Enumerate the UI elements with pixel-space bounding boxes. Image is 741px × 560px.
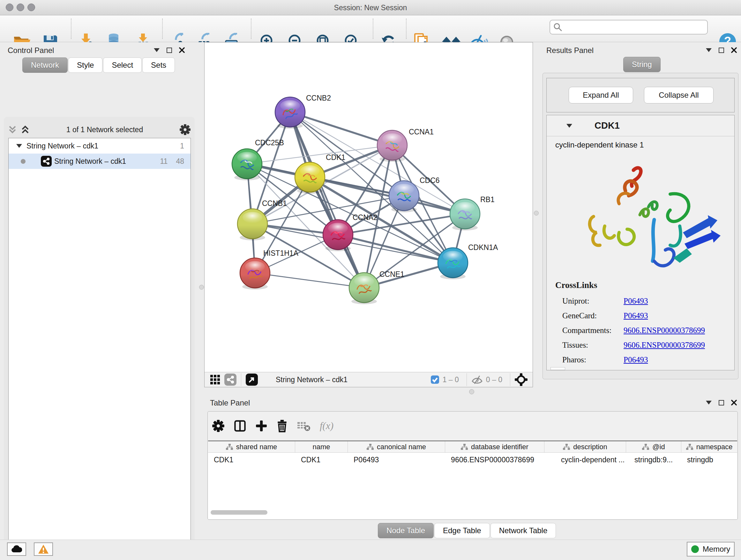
tab-node-table[interactable]: Node Table (378, 523, 434, 538)
network-selection-status: 1 of 1 Network selected (30, 125, 179, 134)
network-node-CDKN1A[interactable]: CDKN1A (438, 243, 498, 279)
tissues-link[interactable]: 9606.ENSP00000378699 (623, 341, 705, 350)
table-header-row: shared name name canonical name database… (208, 441, 737, 453)
table-hscroll-thumb[interactable] (211, 510, 267, 515)
tab-sets[interactable]: Sets (142, 57, 175, 73)
network-collection-row[interactable]: String Network – cdk1 1 (9, 138, 191, 153)
memory-button[interactable]: Memory (687, 542, 735, 557)
network-edge-CCNB2-CCNE1[interactable] (290, 112, 364, 288)
warning-icon (38, 544, 49, 554)
show-columns-icon[interactable] (233, 420, 246, 432)
tab-network-table[interactable]: Network Table (490, 523, 556, 538)
column-header[interactable]: canonical name (348, 441, 445, 453)
function-builder-icon[interactable]: f(x) (320, 420, 333, 432)
search-field-wrap (549, 20, 708, 35)
network-view-icon[interactable] (224, 374, 237, 386)
crosslink-row: Compartments: 9606.ENSP00000378699 (562, 323, 731, 337)
gene-header-row[interactable]: CDK1 (547, 115, 734, 136)
tab-edge-table[interactable]: Edge Table (434, 523, 490, 538)
network-node-CDK1[interactable]: CDK1 (295, 153, 345, 194)
expand-all-button[interactable]: Expand All (569, 87, 633, 104)
pharos-link[interactable]: P06493 (623, 355, 648, 364)
crosslink-row: Pharos: P06493 (562, 353, 731, 367)
memory-label: Memory (703, 545, 731, 554)
network-node-CCNB1[interactable]: CCNB1 (238, 199, 287, 240)
network-options-gear-icon[interactable] (179, 124, 191, 135)
add-column-icon[interactable] (255, 420, 267, 432)
uniprot-link[interactable]: P06493 (623, 297, 648, 306)
node-label-HIST1H1A: HIST1H1A (263, 249, 299, 257)
horizontal-splitter[interactable] (204, 388, 741, 396)
grid-view-icon[interactable] (209, 374, 221, 386)
titlebar: Session: New Session (0, 0, 741, 15)
toolbar-separator (406, 18, 407, 39)
splitter-handle[interactable] (469, 389, 474, 394)
crosslinks-title: CrossLinks (555, 280, 597, 290)
column-header[interactable]: shared name (208, 441, 295, 453)
delete-table-icon[interactable] (297, 420, 311, 432)
column-header[interactable]: namespace (681, 441, 737, 453)
tab-select[interactable]: Select (103, 57, 142, 73)
tab-string[interactable]: String (623, 57, 661, 72)
tab-style[interactable]: Style (68, 57, 103, 73)
column-header[interactable]: name (295, 441, 348, 453)
close-panel-icon[interactable] (731, 47, 737, 53)
close-panel-icon[interactable] (731, 400, 737, 406)
network-node-RB1[interactable]: RB1 (450, 195, 495, 231)
network-node-CDC25B[interactable]: CDC25B (232, 138, 284, 180)
float-panel-icon[interactable] (166, 48, 172, 53)
network-view-toolbar: String Network – cdk1 1 – 0 0 – 0 (205, 372, 533, 387)
search-input[interactable] (549, 20, 708, 35)
detach-view-icon[interactable] (246, 374, 258, 386)
gene-collapse-icon[interactable] (566, 124, 572, 128)
compartments-link[interactable]: 9606.ENSP00000378699 (623, 326, 705, 335)
cloud-status-button[interactable] (7, 543, 26, 556)
delete-column-icon[interactable] (276, 420, 288, 432)
node-label-CCNE1: CCNE1 (380, 270, 404, 278)
expand-all-networks-icon[interactable] (8, 125, 17, 134)
table-hscrollbar[interactable] (211, 510, 735, 516)
right-splitter[interactable] (533, 42, 539, 388)
network-canvas[interactable]: CCNB2CCNA1CDC25BCDK1CDC6RB1CCNB1CCNA2CDK… (205, 43, 533, 372)
collapse-all-button[interactable]: Collapse All (644, 87, 714, 104)
network-edge-HIST1H1A-CCNE1[interactable] (255, 273, 364, 288)
network-node-HIST1H1A[interactable]: HIST1H1A (240, 249, 299, 290)
float-panel-icon[interactable] (719, 400, 724, 406)
network-canvas-container: CCNB2CCNA1CDC25BCDK1CDC6RB1CCNB1CCNA2CDK… (204, 42, 533, 387)
left-splitter[interactable] (199, 42, 204, 388)
collapse-panel-icon[interactable] (154, 48, 159, 52)
splitter-handle[interactable] (534, 211, 539, 215)
collapse-panel-icon[interactable] (706, 48, 712, 52)
collapse-all-networks-icon[interactable] (20, 125, 30, 134)
genecard-link[interactable]: P06493 (623, 311, 648, 320)
selected-checkbox-icon (430, 375, 440, 384)
warnings-button[interactable] (34, 543, 53, 556)
splitter-handle[interactable] (199, 285, 204, 290)
network-edge-CCNB2-RB1[interactable] (290, 112, 465, 214)
network-row[interactable]: String Network – cdk1 11 48 (9, 153, 191, 169)
collection-expand-icon (16, 144, 22, 148)
table-row[interactable]: CDK1 CDK1 P06493 9606.ENSP00000378699 cy… (208, 453, 737, 467)
results-hscroll-thumb[interactable] (550, 367, 565, 370)
birds-eye-view-icon[interactable] (515, 373, 528, 386)
zoom-window-button[interactable] (27, 3, 35, 11)
network-node-CCNE1[interactable]: CCNE1 (349, 270, 404, 304)
column-header[interactable]: database identifier (445, 441, 544, 453)
minimize-window-button[interactable] (17, 3, 24, 11)
toolbar-separator (71, 18, 71, 39)
close-window-button[interactable] (6, 3, 13, 11)
node-label-CCNB2: CCNB2 (306, 94, 331, 102)
network-edge-CCNB2-CCNA1[interactable] (290, 112, 392, 145)
close-panel-icon[interactable] (179, 47, 185, 53)
table-options-gear-icon[interactable] (212, 420, 225, 432)
crosslink-row: GeneCard: P06493 (562, 308, 731, 323)
float-panel-icon[interactable] (719, 48, 724, 53)
tab-network[interactable]: Network (22, 57, 68, 73)
network-view-title: String Network – cdk1 (276, 375, 430, 384)
node-label-RB1: RB1 (480, 195, 495, 204)
collapse-panel-icon[interactable] (706, 401, 712, 405)
column-header[interactable]: @id (626, 441, 681, 453)
column-header[interactable]: description (544, 441, 626, 453)
node-label-CCNA2: CCNA2 (353, 213, 378, 222)
toolbar-separator (373, 18, 374, 39)
